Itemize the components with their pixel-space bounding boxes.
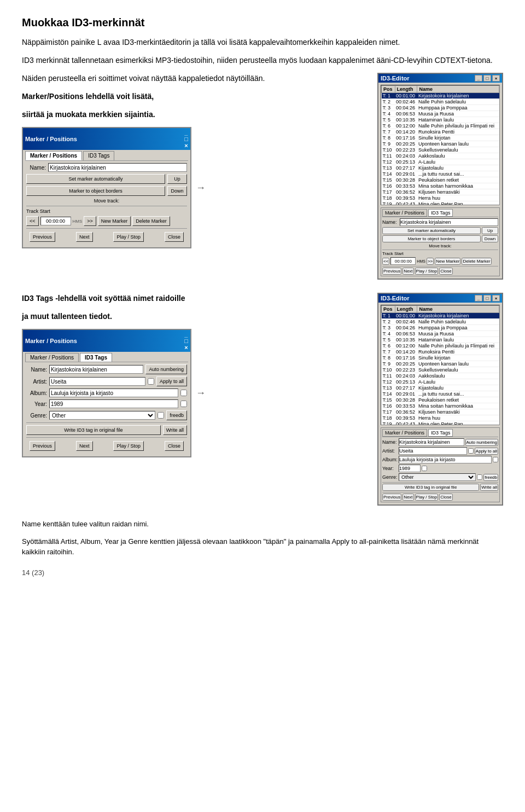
- id3-st-write-all[interactable]: Write all: [480, 484, 498, 491]
- id3-small-down[interactable]: Down: [482, 235, 498, 242]
- id3-editor2-min[interactable]: _: [475, 295, 482, 301]
- auto-numbering-btn[interactable]: Auto numbering: [145, 364, 187, 374]
- apply-all-btn[interactable]: Apply to all: [156, 376, 187, 386]
- table-row[interactable]: T: 400:06:53Muusa ja Ruusa: [382, 331, 499, 337]
- table-row[interactable]: T:1700:36:52Kiljusen herrasväki: [382, 189, 499, 195]
- table-row[interactable]: T: 700:14:20Runoksira Pentti: [382, 129, 499, 135]
- genre-checkbox[interactable]: [158, 412, 164, 419]
- time-input[interactable]: [40, 217, 71, 225]
- table-row[interactable]: T:1300:27:17Kijastolaulu: [382, 385, 499, 391]
- table-row[interactable]: T: 100:01:00Kirjastokoira kirjalainen: [382, 313, 499, 319]
- id3-genre-select[interactable]: Other Rock Pop Classical Children's: [49, 411, 155, 420]
- previous-btn[interactable]: Previous: [30, 232, 55, 242]
- id3-tags-min[interactable]: _: [184, 331, 188, 338]
- table-row[interactable]: T:1200:25:13A-Laulu: [382, 159, 499, 165]
- table-row[interactable]: T:1600:33:53Mina soitan harmonikkaa: [382, 183, 499, 189]
- prev-arrow-btn[interactable]: <<: [26, 216, 39, 226]
- id3-small-new-marker[interactable]: New Marker: [435, 258, 460, 265]
- id3-tags-close[interactable]: ×: [184, 344, 188, 351]
- id3-small-prev-arr[interactable]: <<: [382, 258, 389, 265]
- id3-st-artist-input[interactable]: [399, 447, 467, 455]
- table-row[interactable]: T:1100:24:03Aakkoslaulu: [382, 153, 499, 159]
- table-row[interactable]: T: 300:04:26Humppaa ja Pomppaa: [382, 325, 499, 331]
- id3-year-input[interactable]: [49, 399, 178, 408]
- table-row[interactable]: T:1000:22:23Sukellusvenelaulu: [382, 147, 499, 153]
- marker-minimize-btn[interactable]: _: [184, 129, 188, 136]
- table-row[interactable]: T:1000:22:23Sukellusvenelaulu: [382, 367, 499, 373]
- table-row[interactable]: T: 500:10:35Hataminan laulu: [382, 337, 499, 343]
- table-row[interactable]: T: 800:17:16Sinulle kirjotan: [382, 355, 499, 361]
- table-row[interactable]: T: 600:12:00Nalle Puhin pilvilaulu ja Fl…: [382, 123, 499, 129]
- play-stop-btn[interactable]: Play / Stop: [113, 232, 144, 242]
- id3-small-next[interactable]: Next: [402, 268, 413, 275]
- id3-small-up[interactable]: Up: [482, 227, 498, 234]
- table-row[interactable]: T: 400:06:53Muusa ja Ruusa: [382, 111, 499, 117]
- id3-small-play[interactable]: Play / Stop: [415, 268, 439, 275]
- id3-small-del-marker[interactable]: Delete Marker: [462, 258, 491, 265]
- set-marker-auto-btn[interactable]: Set marker automatically: [26, 174, 165, 184]
- id3-editor2-max[interactable]: □: [483, 295, 491, 301]
- write-original-btn[interactable]: Write ID3 tag in original file: [26, 425, 161, 435]
- id3-prev-btn[interactable]: Previous: [30, 441, 55, 451]
- table-row[interactable]: T:1500:30:28Peukaloisen retket: [382, 177, 499, 183]
- tab-id3-tags2[interactable]: ID3 Tags: [80, 353, 112, 362]
- id3-st-next[interactable]: Next: [402, 494, 413, 501]
- table-row[interactable]: T:1300:27:17Kijastolaulu: [382, 165, 499, 171]
- id3-st-artist-chk[interactable]: [468, 448, 474, 454]
- id3-st-year-input[interactable]: [399, 465, 421, 472]
- id3-small-tags-tab1[interactable]: Marker / Positions: [382, 429, 427, 437]
- id3-st-freedb[interactable]: freedb: [483, 474, 498, 481]
- table-row[interactable]: T:1700:36:52Kiljusen herrasväki: [382, 409, 499, 415]
- table-row[interactable]: T:1800:39:53Herra huu: [382, 415, 499, 421]
- table-row[interactable]: T: 100:01:00Kirjastokoira kirjalainen: [382, 93, 499, 99]
- tab-marker-positions[interactable]: Marker / Positions: [25, 151, 82, 160]
- id3-editor2-close[interactable]: ×: [492, 295, 500, 301]
- id3-small-tab2[interactable]: ID3 Tags: [428, 209, 453, 217]
- id3-st-auto-num[interactable]: Auto numbering: [465, 439, 498, 446]
- table-row[interactable]: T:1100:24:03Aakkoslaulu: [382, 373, 499, 379]
- table-row[interactable]: T:1400:29:01...ja tuttu ruusut sai...: [382, 171, 499, 177]
- id3-small-set-auto[interactable]: Set marker automatically: [382, 227, 481, 234]
- id3-small-name-input[interactable]: [400, 218, 498, 226]
- id3-name-input[interactable]: [49, 365, 143, 374]
- id3-small-tab1[interactable]: Marker / Positions: [382, 209, 427, 217]
- marker-to-borders-btn[interactable]: Marker to object borders: [26, 186, 165, 196]
- table-row[interactable]: T: 900:20:25Uponteen kansan laulu: [382, 141, 499, 147]
- table-row[interactable]: T:1200:25:13A-Laulu: [382, 379, 499, 385]
- table-row[interactable]: T: 300:04:26Humppaa ja Pomppaa: [382, 105, 499, 111]
- tab-marker-pos2[interactable]: Marker / Positions: [25, 353, 79, 362]
- table-row[interactable]: T: 800:17:16Sinulle kirjotan: [382, 135, 499, 141]
- id3-st-year-chk[interactable]: [422, 466, 427, 471]
- id3-min-btn[interactable]: _: [475, 75, 482, 82]
- id3-small-close[interactable]: Close: [439, 268, 452, 275]
- id3-small-tags-tab2[interactable]: ID3 Tags: [428, 429, 453, 437]
- id3-next-btn[interactable]: Next: [76, 441, 93, 451]
- id3-small-borders[interactable]: Marker to object borders: [382, 235, 481, 242]
- album-checkbox[interactable]: [180, 390, 187, 396]
- new-marker-btn[interactable]: New Marker: [98, 216, 131, 226]
- id3-tags-max[interactable]: □: [184, 338, 188, 344]
- id3-st-play[interactable]: Play / Stop: [415, 494, 439, 501]
- freedb-btn[interactable]: freedb: [166, 410, 187, 420]
- id3-st-album-input[interactable]: [399, 456, 492, 463]
- table-row[interactable]: T:1800:39:53Herra huu: [382, 195, 499, 201]
- next-btn[interactable]: Next: [76, 232, 93, 242]
- artist-checkbox[interactable]: [148, 378, 154, 385]
- down-btn[interactable]: Down: [167, 186, 187, 196]
- table-row[interactable]: T:1600:33:53Mina soitan harmonikkaa: [382, 403, 499, 409]
- table-row[interactable]: T: 600:12:00Nalle Puhin pilvilaulu ja Fl…: [382, 343, 499, 349]
- table-row[interactable]: T: 200:02:46Nalle Puhin sadelaulu: [382, 319, 499, 325]
- up-btn[interactable]: Up: [167, 174, 187, 184]
- id3-max-btn[interactable]: □: [483, 75, 491, 82]
- table-row[interactable]: T: 200:02:46Nalle Puhin sadelaulu: [382, 99, 499, 105]
- close-btn[interactable]: Close: [165, 232, 184, 242]
- marker-maximize-btn[interactable]: □: [184, 136, 188, 142]
- marker-close-btn[interactable]: ×: [184, 142, 188, 149]
- table-row[interactable]: T:1400:29:01...ja tuttu ruusut sai...: [382, 391, 499, 397]
- table-row[interactable]: T: 700:14:20Runoksira Pentti: [382, 349, 499, 355]
- next-arrow-btn[interactable]: >>: [84, 216, 96, 226]
- id3-st-album-chk[interactable]: [493, 457, 498, 462]
- id3-close-btn2[interactable]: Close: [165, 441, 184, 451]
- id3-small-prev[interactable]: Previous: [382, 268, 401, 275]
- table-row[interactable]: T: 900:20:25Uponteen kansan laulu: [382, 361, 499, 367]
